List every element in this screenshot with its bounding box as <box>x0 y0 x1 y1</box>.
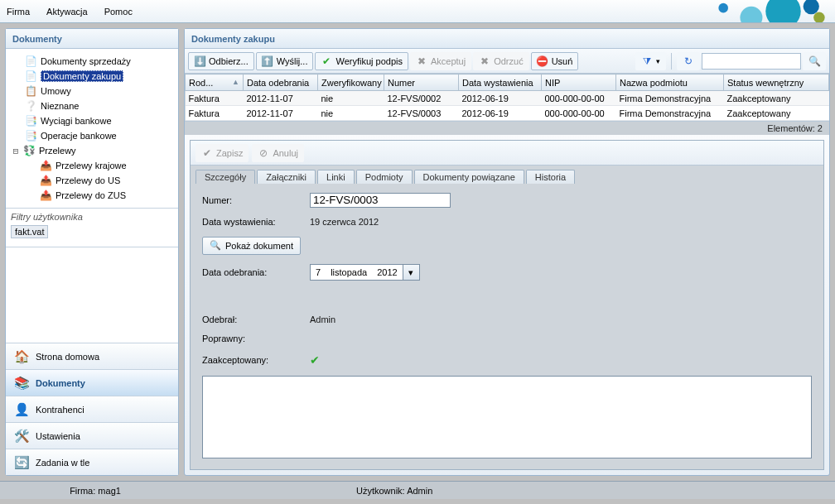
label-data-odebrania: Data odebrania: <box>202 267 310 277</box>
transfer-icon: 💱 <box>22 144 36 157</box>
question-icon: ❔ <box>24 99 37 113</box>
menu-pomoc[interactable]: Pomoc <box>104 7 133 17</box>
accept-icon: ✖ <box>416 55 427 67</box>
tab-dokumenty-powiazane[interactable]: Dokumenty powiązane <box>414 170 524 184</box>
user-filters: Filtry użytkownika fakt.vat <box>6 209 178 247</box>
doc-out-icon: 📄 <box>24 55 37 68</box>
cell: 12-FVS/0003 <box>384 106 459 121</box>
tree-label: Operacje bankowe <box>41 131 117 141</box>
tree-item-umowy[interactable]: 📋Umowy <box>9 84 175 98</box>
tree-label: Przelewy do US <box>56 175 120 185</box>
cell: 000-000-00-00 <box>542 91 616 106</box>
wyslij-button[interactable]: ⬆️Wyślij... <box>256 52 314 70</box>
table-row[interactable]: Faktura 2012-11-07 nie 12-FVS/0002 2012-… <box>186 91 829 106</box>
documents-grid: Rod...▲ Data odebrania Zweryfikowany Num… <box>185 74 829 122</box>
col-zweryfikowany[interactable]: Zweryfikowany <box>318 74 384 91</box>
nav-label: Zadania w tle <box>36 458 89 468</box>
status-bar: Firma: mag1 Użytkownik: Admin <box>0 481 835 499</box>
svg-point-1 <box>804 0 819 14</box>
tree-item-przelewy-zus[interactable]: 📤Przelewy do ZUS <box>9 188 175 203</box>
numer-input[interactable] <box>310 193 451 208</box>
transfer-us-icon: 📤 <box>39 174 52 187</box>
menu-aktywacja[interactable]: Aktywacja <box>46 7 88 17</box>
tree-item-sprzedazy[interactable]: 📄Dokumenty sprzedaży <box>9 54 175 69</box>
nav-documents[interactable]: 📚Dokumenty <box>6 369 178 396</box>
tree-item-zakupu[interactable]: 📄Dokumenty zakupu <box>9 69 175 84</box>
tools-icon: 🛠️ <box>14 429 29 444</box>
tree-label: Dokumenty sprzedaży <box>41 56 131 66</box>
tree-item-nieznane[interactable]: ❔Nieznane <box>9 98 175 113</box>
col-data-odebrania[interactable]: Data odebrania <box>244 74 318 91</box>
filter-chip[interactable]: fakt.vat <box>11 225 48 238</box>
cell: Firma Demonstracyjna <box>616 106 724 121</box>
nav-kontrahenci[interactable]: 👤Kontrahenci <box>6 396 178 422</box>
tree-label: Umowy <box>41 86 71 96</box>
akceptuj-button: ✖Akceptuj <box>410 52 471 70</box>
nav-home[interactable]: 🏠Strona domowa <box>6 343 178 369</box>
detail-panel: ✔Zapisz ⊘Anuluj Szczegóły Załączniki Lin… <box>190 140 824 470</box>
table-row[interactable]: Faktura 2012-11-07 nie 12-FVS/0003 2012-… <box>186 106 829 121</box>
document-tree: 📄Dokumenty sprzedaży 📄Dokumenty zakupu 📋… <box>6 49 178 209</box>
tab-szczegoly[interactable]: Szczegóły <box>195 170 255 184</box>
label-numer: Numer: <box>202 195 310 205</box>
reload-icon: ↻ <box>683 55 694 67</box>
tree-item-przelewy-us[interactable]: 📤Przelewy do US <box>9 173 175 188</box>
check-icon: ✔ <box>321 55 332 67</box>
tab-podmioty[interactable]: Podmioty <box>356 170 413 184</box>
elements-count: Elementów: 2 <box>185 122 829 135</box>
tab-historia[interactable]: Historia <box>526 170 575 184</box>
chevron-down-icon[interactable]: ▾ <box>403 265 419 280</box>
menu-firma[interactable]: Firma <box>7 7 30 17</box>
delete-icon: ⛔ <box>537 55 548 67</box>
odbierz-button[interactable]: ⬇️Odbierz... <box>188 52 254 70</box>
cell: 2012-11-07 <box>244 106 318 121</box>
weryfikuj-button[interactable]: ✔Weryfikuj podpis <box>315 52 408 70</box>
tree-item-wyciagi[interactable]: 📑Wyciągi bankowe <box>9 113 175 128</box>
col-nip[interactable]: NIP <box>542 74 616 91</box>
home-icon: 🏠 <box>14 349 29 364</box>
btn-label: Odrzuć <box>494 56 523 66</box>
status-user: Użytkownik: Admin <box>191 486 835 496</box>
cell: nie <box>318 91 384 106</box>
search-button[interactable]: 🔍 <box>803 52 826 70</box>
tab-zalaczniki[interactable]: Załączniki <box>257 170 316 184</box>
col-data-wystawienia[interactable]: Data wystawienia <box>459 74 542 91</box>
col-rodzaj[interactable]: Rod...▲ <box>186 74 244 91</box>
sidebar-title: Dokumenty <box>6 29 178 49</box>
search-input[interactable] <box>702 53 801 70</box>
col-nazwa[interactable]: Nazwa podmiotu <box>616 74 724 91</box>
download-icon: ⬇️ <box>194 55 205 67</box>
btn-label: Anuluj <box>273 148 298 158</box>
tree-item-operacje[interactable]: 📑Operacje bankowe <box>9 128 175 143</box>
doc-in-icon: 📄 <box>24 70 37 83</box>
tree-item-przelewy[interactable]: ⊟💱Przelewy <box>9 143 175 158</box>
documents-icon: 📚 <box>14 376 29 391</box>
col-status[interactable]: Status wewnętrzny <box>724 74 829 91</box>
btn-label: Odbierz... <box>209 56 249 66</box>
date-picker[interactable]: 7 listopada 2012 ▾ <box>310 264 420 281</box>
filter-button[interactable]: ⧩▾ <box>635 52 666 70</box>
usun-button[interactable]: ⛔Usuń <box>531 52 579 70</box>
btn-label: Pokaż dokument <box>225 241 293 251</box>
pokaz-dokument-button[interactable]: 🔍Pokaż dokument <box>202 237 301 255</box>
date-day: 7 <box>311 267 326 277</box>
date-year: 2012 <box>372 267 402 277</box>
menubar: Firma Aktywacja Pomoc <box>0 0 835 23</box>
cell: Zaakceptowany <box>724 106 829 121</box>
nav-ustawienia[interactable]: 🛠️Ustawienia <box>6 422 178 449</box>
filters-title: Filtry użytkownika <box>11 212 173 222</box>
collapse-icon[interactable]: ⊟ <box>11 146 21 156</box>
tree-label: Nieznane <box>41 101 79 111</box>
reload-button[interactable]: ↻ <box>677 52 700 70</box>
col-numer[interactable]: Numer <box>384 74 459 91</box>
detail-form: Numer: Data wystawienia: 19 czerwca 2012… <box>191 184 823 469</box>
tab-linki[interactable]: Linki <box>317 170 355 184</box>
tree-label: Dokumenty zakupu <box>41 70 123 82</box>
tree-item-przelewy-krajowe[interactable]: 📤Przelewy krajowe <box>9 158 175 173</box>
nav-zadania[interactable]: 🔄Zadania w tle <box>6 449 178 475</box>
sidebar: Dokumenty 📄Dokumenty sprzedaży 📄Dokument… <box>5 28 179 476</box>
view-icon: 🔍 <box>210 240 221 251</box>
notes-textarea[interactable] <box>202 376 812 458</box>
status-firma: Firma: mag1 <box>0 486 191 496</box>
detail-tabs: Szczegóły Załączniki Linki Podmioty Doku… <box>191 166 823 184</box>
